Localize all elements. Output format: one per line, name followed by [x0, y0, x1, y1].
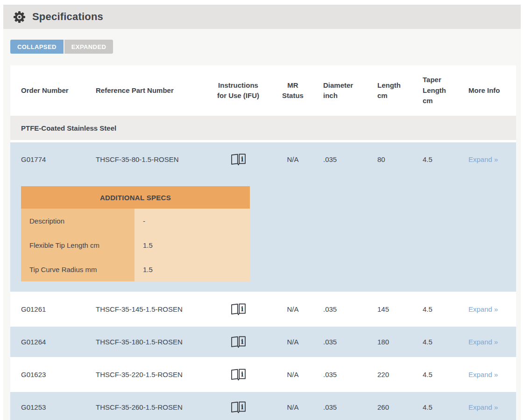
- spec-row: Flexible Tip Length cm 1.5: [21, 233, 250, 257]
- order-number-cell: G01264: [10, 338, 96, 346]
- additional-specs-box: ADDITIONAL SPECS Description - Flexible …: [21, 186, 250, 281]
- order-number-cell: G01253: [10, 403, 96, 411]
- group-header-row: PTFE-Coated Stainless Steel: [10, 116, 516, 140]
- reference-part-cell: THSCF-35-220-1.5-ROSEN: [96, 371, 212, 378]
- page-title: Specifications: [32, 11, 103, 23]
- ifu-icon[interactable]: [230, 153, 247, 166]
- view-toggle: COLLAPSED EXPANDED: [10, 40, 521, 54]
- expanded-toggle-button[interactable]: EXPANDED: [64, 40, 113, 54]
- reference-part-cell: THSCF-35-80-1.5-ROSEN: [96, 155, 212, 163]
- length-cell: 80: [376, 155, 421, 163]
- spec-row: Description -: [21, 209, 250, 233]
- expand-link[interactable]: Expand »: [468, 338, 498, 346]
- ifu-icon[interactable]: [230, 400, 247, 414]
- spec-label: Tip Curve Radius mm: [21, 257, 135, 281]
- taper-length-cell: 4.5: [421, 338, 468, 346]
- reference-part-cell: THSCF-35-260-1.5-ROSEN: [96, 403, 212, 411]
- expand-link[interactable]: Expand »: [468, 155, 498, 163]
- col-header-reference-part-number: Reference Part Number: [96, 85, 212, 96]
- taper-length-cell: 4.5: [421, 403, 468, 411]
- taper-length-cell: 4.5: [421, 305, 468, 313]
- ifu-icon[interactable]: [230, 335, 247, 349]
- table-row: G01774 THSCF-35-80-1.5-ROSEN N/A .035 80…: [10, 142, 516, 176]
- col-header-diameter: Diameter inch: [322, 80, 376, 101]
- length-cell: 220: [376, 371, 421, 378]
- diameter-cell: .035: [322, 403, 376, 411]
- expand-link[interactable]: Expand »: [468, 305, 498, 313]
- group-label: PTFE-Coated Stainless Steel: [21, 124, 116, 132]
- taper-length-cell: 4.5: [421, 155, 468, 163]
- order-number-cell: G01261: [10, 305, 96, 313]
- specifications-panel: COLLAPSED EXPANDED Order Number Referenc…: [3, 29, 521, 420]
- expand-link[interactable]: Expand »: [468, 403, 498, 411]
- expand-link[interactable]: Expand »: [468, 371, 498, 378]
- col-header-order-number: Order Number: [10, 85, 96, 96]
- spec-label: Flexible Tip Length cm: [21, 233, 135, 257]
- col-header-ifu: Instructions for Use (IFU): [212, 80, 264, 101]
- spec-value: -: [135, 209, 250, 233]
- spec-label: Description: [21, 209, 135, 233]
- length-cell: 145: [376, 305, 421, 313]
- order-number-cell: G01774: [10, 155, 96, 163]
- spec-value: 1.5: [135, 257, 250, 281]
- expanded-row-block: G01774 THSCF-35-80-1.5-ROSEN N/A .035 80…: [10, 142, 516, 292]
- col-header-mr-status: MR Status: [264, 80, 322, 101]
- reference-part-cell: THSCF-35-145-1.5-ROSEN: [96, 305, 212, 313]
- length-cell: 260: [376, 403, 421, 411]
- diameter-cell: .035: [322, 155, 376, 163]
- table-row: G01253 THSCF-35-260-1.5-ROSEN N/A .035 2…: [10, 392, 516, 420]
- spec-row: Tip Curve Radius mm 1.5: [21, 257, 250, 281]
- table-row: G01264 THSCF-35-180-1.5-ROSEN N/A .035 1…: [10, 327, 516, 357]
- length-cell: 180: [376, 338, 421, 346]
- ifu-icon[interactable]: [230, 302, 247, 316]
- reference-part-cell: THSCF-35-180-1.5-ROSEN: [96, 338, 212, 346]
- table-row: G01623 THSCF-35-220-1.5-ROSEN N/A .035 2…: [10, 359, 516, 390]
- col-header-more-info: More Info: [468, 85, 516, 96]
- mr-status-cell: N/A: [264, 338, 322, 346]
- specifications-table: Order Number Reference Part Number Instr…: [10, 65, 516, 420]
- diameter-cell: .035: [322, 338, 376, 346]
- col-header-taper-length: Taper Length cm: [421, 75, 468, 106]
- table-row: G01261 THSCF-35-145-1.5-ROSEN N/A .035 1…: [10, 294, 516, 324]
- collapsed-toggle-button[interactable]: COLLAPSED: [10, 40, 64, 54]
- section-titlebar: Specifications: [3, 5, 521, 29]
- additional-specs-title: ADDITIONAL SPECS: [21, 186, 250, 209]
- order-number-cell: G01623: [10, 371, 96, 378]
- mr-status-cell: N/A: [264, 403, 322, 411]
- diameter-cell: .035: [322, 305, 376, 313]
- mr-status-cell: N/A: [264, 155, 322, 163]
- ifu-icon[interactable]: [230, 368, 247, 381]
- diameter-cell: .035: [322, 371, 376, 378]
- col-header-length: Length cm: [376, 80, 421, 101]
- spec-value: 1.5: [135, 233, 250, 257]
- taper-length-cell: 4.5: [421, 371, 468, 378]
- gear-icon: [13, 11, 26, 23]
- table-header-row: Order Number Reference Part Number Instr…: [10, 65, 516, 116]
- mr-status-cell: N/A: [264, 371, 322, 378]
- mr-status-cell: N/A: [264, 305, 322, 313]
